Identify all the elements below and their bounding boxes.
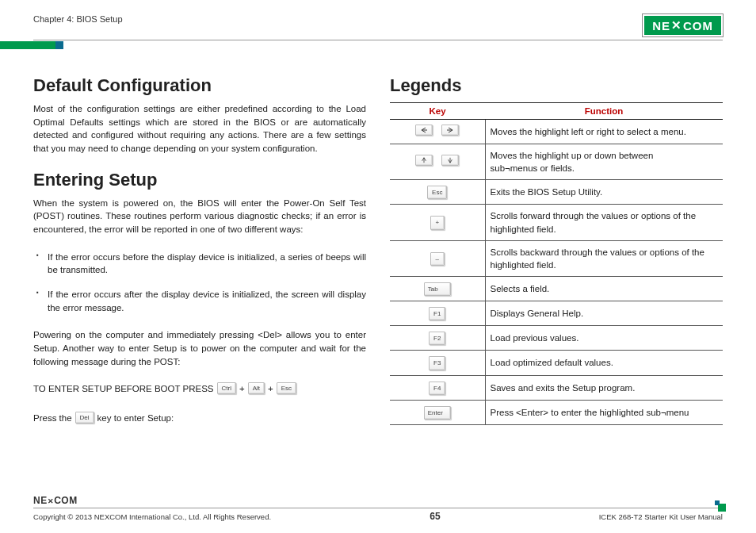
fn-esc: Exits the BIOS Setup Utility. [485, 180, 723, 205]
bullet-after-display: If the error occurs after the display de… [33, 288, 366, 314]
logo-x-icon: ✕ [671, 18, 682, 33]
bullet-before-display: If the error occurs before the display d… [33, 251, 366, 277]
table-row: + Scrolls forward through the values or … [390, 205, 723, 240]
header: Chapter 4: BIOS Setup NE✕COM [33, 14, 723, 36]
enter-key-icon: Enter [424, 406, 451, 420]
ctrl-key-icon: Ctrl [217, 382, 236, 394]
del-key-icon: Del [75, 412, 94, 424]
table-row: Moves the highlight left or right to sel… [390, 120, 723, 144]
table-row: F2 Load previous values. [390, 326, 723, 351]
del-entry-paragraph: Powering on the computer and immediately… [33, 328, 366, 368]
table-row: F4 Saves and exits the Setup program. [390, 375, 723, 400]
page-number: 65 [430, 511, 440, 522]
header-rule [33, 40, 723, 40]
minus-key-icon: – [430, 252, 445, 266]
setup-keys-line: TO ENTER SETUP BEFORE BOOT PRESS Ctrl + … [33, 382, 366, 394]
arrow-down-icon [441, 155, 459, 166]
esc-key-icon: Esc [427, 186, 447, 199]
table-row: Esc Exits the BIOS Setup Utility. [390, 180, 723, 205]
plus-1: + [239, 384, 245, 393]
left-column: Default Configuration Most of the config… [33, 75, 366, 425]
press-del-line: Press the Del key to enter Setup: [33, 412, 366, 424]
heading-legends: Legends [390, 75, 723, 96]
fn-ud: Moves the highlight up or down between s… [485, 144, 723, 180]
footer-row: Copyright © 2013 NEXCOM International Co… [33, 511, 723, 522]
error-bullets: If the error occurs before the display d… [33, 251, 366, 315]
table-row: Enter Press <Enter> to enter the highlig… [390, 400, 723, 424]
f1-key-icon: F1 [429, 307, 445, 320]
fn-tab: Selects a field. [485, 276, 723, 301]
table-row: Tab Selects a field. [390, 276, 723, 301]
manual-title: ICEK 268-T2 Starter Kit User Manual [599, 512, 723, 521]
fn-lr: Moves the highlight left or right to sel… [485, 120, 723, 144]
plus-2: + [268, 384, 273, 393]
alt-key-icon: Alt [248, 382, 265, 394]
footer-accent-icon [718, 504, 726, 512]
arrow-left-icon [415, 125, 433, 136]
table-row: – Scrolls backward through the values or… [390, 240, 723, 276]
fn-f3: Load optimized default values. [485, 351, 723, 375]
fn-f1: Displays General Help. [485, 301, 723, 326]
footer: NE✕COM Copyright © 2013 NEXCOM Internati… [33, 495, 723, 522]
fn-enter: Press <Enter> to enter the highlighted s… [485, 400, 723, 424]
chapter-label: Chapter 4: BIOS Setup [33, 14, 123, 24]
entering-setup-paragraph: When the system is powered on, the BIOS … [33, 197, 366, 236]
default-config-paragraph: Most of the configuration settings are e… [33, 102, 366, 155]
right-column: Legends Key Function Moves the highlight… [390, 75, 723, 425]
table-row: F3 Load optimized default values. [390, 351, 723, 375]
f3-key-icon: F3 [429, 356, 445, 370]
tab-key-icon: Tab [424, 282, 451, 296]
f4-key-icon: F4 [429, 382, 445, 395]
arrow-right-icon [441, 125, 459, 136]
table-row: F1 Displays General Help. [390, 301, 723, 326]
content-columns: Default Configuration Most of the config… [33, 75, 723, 425]
footer-rule [33, 508, 723, 508]
fn-f4: Saves and exits the Setup program. [485, 375, 723, 400]
copyright: Copyright © 2013 NEXCOM International Co… [33, 512, 271, 521]
th-key: Key [390, 103, 485, 120]
setup-prefix: TO ENTER SETUP BEFORE BOOT PRESS [33, 384, 214, 393]
press-suffix: key to enter Setup: [97, 413, 174, 423]
heading-default-configuration: Default Configuration [33, 75, 366, 96]
fn-f2: Load previous values. [485, 326, 723, 351]
footer-brand-logo: NE✕COM [33, 495, 723, 506]
heading-entering-setup: Entering Setup [33, 170, 366, 190]
plus-key-icon: + [430, 216, 445, 229]
table-row: Moves the highlight up or down between s… [390, 144, 723, 180]
header-accent-bar [0, 41, 55, 49]
esc-key-icon: Esc [277, 382, 296, 394]
arrow-up-icon [415, 155, 433, 166]
fn-plus: Scrolls forward through the values or op… [485, 205, 723, 240]
press-prefix: Press the [33, 413, 72, 423]
fn-minus: Scrolls backward through the values or o… [485, 240, 723, 276]
brand-logo: NE✕COM [643, 14, 723, 36]
th-function: Function [485, 103, 723, 120]
f2-key-icon: F2 [429, 332, 445, 345]
legend-table: Key Function Moves the highlight left or… [390, 102, 723, 425]
